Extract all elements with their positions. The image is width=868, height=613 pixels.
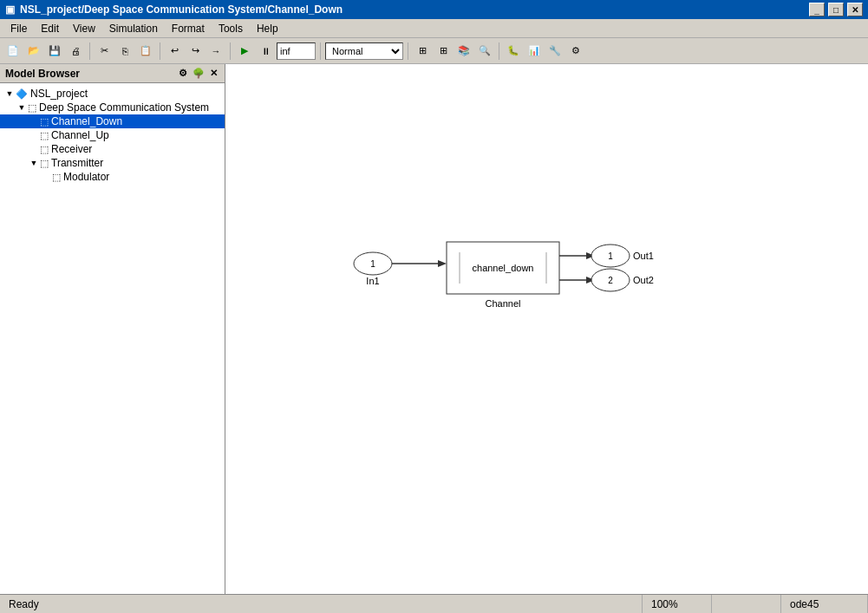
tree-item-channel-up[interactable]: ⬚ Channel_Up xyxy=(0,128,225,142)
status-bar: Ready 100% ode45 xyxy=(0,594,868,613)
status-solver: ode45 xyxy=(781,595,868,613)
subsystem-icon-cu: ⬚ xyxy=(40,130,49,141)
subsystem-icon-tx: ⬚ xyxy=(40,158,49,169)
svg-text:Channel: Channel xyxy=(486,298,521,309)
paste-button[interactable]: 📋 xyxy=(136,42,155,61)
channel-up-label: Channel_Up xyxy=(51,129,109,141)
tree-item-modulator[interactable]: ⬚ Modulator xyxy=(0,170,225,184)
tree-item-receiver[interactable]: ⬚ Receiver xyxy=(0,142,225,156)
sep6 xyxy=(499,42,499,60)
sep5 xyxy=(408,42,408,60)
save-button[interactable]: 💾 xyxy=(45,42,64,61)
tree-item-nsl-project[interactable]: ▼ 🔷 NSL_project xyxy=(0,87,225,101)
close-button[interactable]: ✕ xyxy=(847,3,863,16)
menu-edit[interactable]: Edit xyxy=(34,21,66,36)
redo-button[interactable]: ↪ xyxy=(186,42,205,61)
run-button[interactable]: ▶ xyxy=(235,42,254,61)
menu-view[interactable]: View xyxy=(66,21,102,36)
tree-item-channel-down[interactable]: ⬚ Channel_Down xyxy=(0,114,225,128)
status-ready: Ready xyxy=(0,595,643,613)
menu-file[interactable]: File xyxy=(3,21,34,36)
solver-text: ode45 xyxy=(790,598,819,610)
library-button[interactable]: 📚 xyxy=(454,42,473,61)
sim-mode-select[interactable]: Normal Accelerator Rapid Accelerator xyxy=(325,42,403,60)
model-tree: ▼ 🔷 NSL_project ▼ ⬚ Deep Space Communica… xyxy=(0,83,225,594)
deep-space-label: Deep Space Communication System xyxy=(39,101,209,114)
sep2 xyxy=(160,42,160,60)
svg-text:1: 1 xyxy=(608,251,613,261)
model-icon: 🔷 xyxy=(16,88,28,100)
copy-button[interactable]: ⎘ xyxy=(115,42,134,61)
svg-text:Out1: Out1 xyxy=(633,251,654,261)
find-button[interactable]: 🔍 xyxy=(475,42,494,61)
open-button[interactable]: 📂 xyxy=(24,42,43,61)
cut-button[interactable]: ✂ xyxy=(95,42,114,61)
diagram-svg: 1 In1 channel_down Channel 1 Out1 xyxy=(225,64,868,594)
sidebar-settings-icon[interactable]: ⚙ xyxy=(177,68,189,79)
receiver-label: Receiver xyxy=(51,143,92,155)
svg-marker-4 xyxy=(438,260,447,267)
sidebar: Model Browser ⚙ 🌳 ✕ ▼ 🔷 NSL_project ▼ ⬚ … xyxy=(0,64,225,594)
svg-text:In1: In1 xyxy=(366,276,379,286)
tree-item-deep-space[interactable]: ▼ ⬚ Deep Space Communication System xyxy=(0,101,225,114)
sidebar-tree-icon[interactable]: 🌳 xyxy=(191,68,206,79)
subsystem-icon-deep: ⬚ xyxy=(28,102,36,114)
transmitter-label: Transmitter xyxy=(51,157,103,169)
print-button[interactable]: 🖨 xyxy=(66,42,85,61)
sidebar-header-buttons: ⚙ 🌳 ✕ xyxy=(177,68,219,79)
channel-down-label: Channel_Down xyxy=(51,115,122,127)
toggle-nsl[interactable]: ▼ xyxy=(3,89,16,98)
sidebar-header: Model Browser ⚙ 🌳 ✕ xyxy=(0,64,225,83)
pause-button[interactable]: ⏸ xyxy=(256,42,275,61)
status-zoom: 100% xyxy=(643,595,712,613)
toolbar: 📄 📂 💾 🖨 ✂ ⎘ 📋 ↩ ↪ → ▶ ⏸ Normal Accelerat… xyxy=(0,38,868,64)
svg-text:Out2: Out2 xyxy=(633,275,654,285)
title-bar: ▣ NSL_project/Deep Space Communication S… xyxy=(0,0,868,19)
menu-bar: File Edit View Simulation Format Tools H… xyxy=(0,19,868,38)
ready-text: Ready xyxy=(9,598,39,610)
tree-item-transmitter[interactable]: ▼ ⬚ Transmitter xyxy=(0,156,225,170)
menu-simulation[interactable]: Simulation xyxy=(102,21,165,36)
menu-format[interactable]: Format xyxy=(165,21,212,36)
nav-forward[interactable]: → xyxy=(206,42,225,61)
new-button[interactable]: 📄 xyxy=(3,42,23,61)
nsl-project-label: NSL_project xyxy=(30,88,88,100)
subsystem-icon-rx: ⬚ xyxy=(40,144,49,155)
zoom-in-button[interactable]: ⊞ xyxy=(434,42,453,61)
subsystem-icon-cd: ⬚ xyxy=(40,116,49,127)
modulator-label: Modulator xyxy=(63,171,109,183)
svg-text:2: 2 xyxy=(608,276,613,285)
svg-text:1: 1 xyxy=(370,259,375,269)
profile-button[interactable]: 📊 xyxy=(525,42,544,61)
model-advisor-button[interactable]: 🔧 xyxy=(545,42,565,61)
sidebar-close-icon[interactable]: ✕ xyxy=(208,68,219,79)
sep4 xyxy=(320,42,321,60)
maximize-button[interactable]: □ xyxy=(828,3,844,16)
svg-text:channel_down: channel_down xyxy=(473,263,534,273)
status-empty xyxy=(712,595,781,613)
toggle-transmitter[interactable]: ▼ xyxy=(28,159,40,167)
app-icon: ▣ xyxy=(5,3,15,16)
toggle-deep-space[interactable]: ▼ xyxy=(16,103,28,112)
sep3 xyxy=(230,42,231,60)
code-gen-button[interactable]: ⚙ xyxy=(566,42,585,61)
minimize-button[interactable]: _ xyxy=(809,3,825,16)
window-title: NSL_project/Deep Space Communication Sys… xyxy=(20,3,807,16)
debug-button[interactable]: 🐛 xyxy=(504,42,523,61)
sidebar-title: Model Browser xyxy=(5,68,80,80)
menu-tools[interactable]: Tools xyxy=(212,21,250,36)
diagram-canvas[interactable]: 1 In1 channel_down Channel 1 Out1 xyxy=(225,64,868,594)
sep1 xyxy=(89,42,90,60)
subsystem-icon-mod: ⬚ xyxy=(52,172,61,183)
menu-help[interactable]: Help xyxy=(250,21,285,36)
main-area: Model Browser ⚙ 🌳 ✕ ▼ 🔷 NSL_project ▼ ⬚ … xyxy=(0,64,868,594)
undo-button[interactable]: ↩ xyxy=(165,42,184,61)
sim-time-input[interactable] xyxy=(277,42,316,60)
fit-view-button[interactable]: ⊞ xyxy=(413,42,432,61)
zoom-text: 100% xyxy=(651,598,678,610)
